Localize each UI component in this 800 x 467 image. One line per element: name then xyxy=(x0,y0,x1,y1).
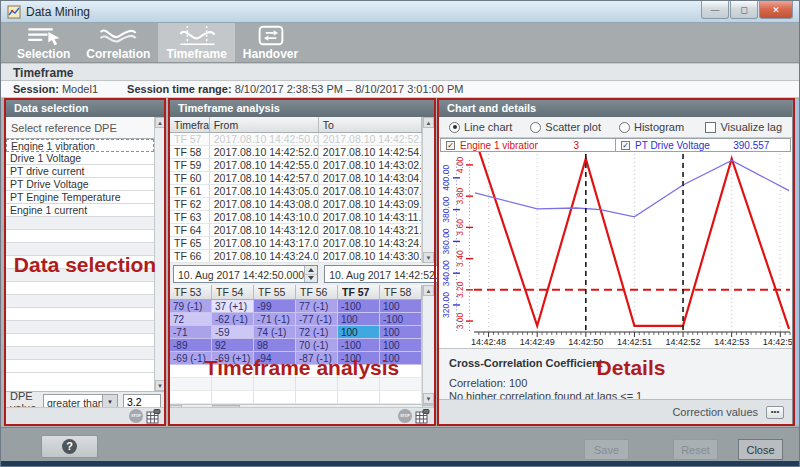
reset-button[interactable]: Reset xyxy=(673,439,718,460)
matrix-cell[interactable]: 100 xyxy=(380,352,422,365)
matrix-cell[interactable]: -71 (-1) xyxy=(254,313,296,326)
stop-icon[interactable]: STOP xyxy=(398,409,412,423)
table-row[interactable]: TF 622017.08.10 14:43:08.0002017.08.10 1… xyxy=(170,198,422,211)
close-window-button[interactable]: ✕ xyxy=(759,1,793,19)
toolbar-button-timeframe[interactable]: Timeframe xyxy=(158,23,234,62)
save-button[interactable]: Save xyxy=(584,439,629,460)
list-item[interactable]: PT Drive Voltage xyxy=(6,178,154,191)
matrix-cell[interactable]: -69 (+1) xyxy=(212,352,254,365)
toolbar-button-correlation[interactable]: Correlation xyxy=(78,23,158,62)
table-row[interactable]: TF 592017.08.10 14:42:55.0002017.08.10 1… xyxy=(170,159,422,172)
matrix-cell[interactable]: -94 xyxy=(254,352,296,365)
matrix-cell[interactable]: -77 (-1) xyxy=(296,313,338,326)
radio-line-chart[interactable]: Line chart xyxy=(449,121,512,133)
timeframe-table-scrollbar[interactable]: ▲ ▼ xyxy=(422,117,434,263)
window-right-scrollbar[interactable] xyxy=(794,99,799,425)
visualize-lag-checkbox[interactable]: Visualize lag xyxy=(705,121,782,133)
list-item[interactable]: PT Engine Temperature xyxy=(6,191,154,204)
radio-histogram[interactable]: Histogram xyxy=(619,121,684,133)
matrix-cell[interactable]: 77 (-1) xyxy=(296,300,338,313)
scroll-down-icon[interactable]: ▼ xyxy=(155,380,165,391)
calculate-icon[interactable] xyxy=(415,409,430,424)
matrix-cell[interactable]: 92 xyxy=(212,339,254,352)
matrix-cell[interactable]: -59 xyxy=(212,326,254,339)
matrix-cell[interactable]: -69 (-1) xyxy=(170,352,212,365)
scroll-up-icon[interactable]: ▲ xyxy=(423,117,434,128)
app-icon xyxy=(7,5,21,19)
matrix-column-header[interactable]: TF 55 xyxy=(254,285,296,299)
matrix-cell[interactable]: 100 xyxy=(380,339,422,352)
spin-down-icon[interactable] xyxy=(305,275,317,283)
matrix-column-header[interactable]: TF 58 xyxy=(380,285,422,299)
matrix-cell[interactable]: -87 (-1) xyxy=(296,352,338,365)
matrix-cell[interactable]: -62 (-1) xyxy=(212,313,254,326)
correction-values-button[interactable]: ••• xyxy=(766,406,784,419)
line-chart[interactable]: 14:42:4814:42:4914:42:5014:42:5114:42:52… xyxy=(440,152,792,348)
toolbar-button-handover[interactable]: Handover xyxy=(235,23,306,62)
title-bar[interactable]: Data Mining — ◻ ✕ xyxy=(1,1,799,23)
dpe-list-scrollbar[interactable]: ▲ ▼ xyxy=(154,117,165,391)
list-item[interactable]: Engine 1 vibration xyxy=(6,139,154,152)
calculate-icon[interactable] xyxy=(146,409,161,424)
scroll-up-icon[interactable]: ▲ xyxy=(155,117,165,128)
matrix-cell[interactable]: 98 xyxy=(254,339,296,352)
matrix-column-header[interactable]: TF 57 xyxy=(338,285,380,299)
table-row[interactable]: TF 602017.08.10 14:42:57.0002017.08.10 1… xyxy=(170,172,422,185)
scroll-down-icon[interactable]: ▼ xyxy=(423,252,434,263)
matrix-cell[interactable]: 79 (-1) xyxy=(170,300,212,313)
radio-label: Scatter plot xyxy=(545,121,601,133)
column-header[interactable]: To xyxy=(319,117,422,132)
legend-item[interactable]: ✓PT Drive Voltage390.557 xyxy=(616,139,790,151)
matrix-column-header[interactable]: TF 56 xyxy=(296,285,338,299)
table-row[interactable]: TF 642017.08.10 14:43:12.0002017.08.10 1… xyxy=(170,224,422,237)
column-header[interactable]: Timeframe xyxy=(170,117,210,132)
dpe-list-header[interactable]: Select reference DPE xyxy=(6,117,154,139)
matrix-cell[interactable]: -71 xyxy=(170,326,212,339)
help-button[interactable]: ? xyxy=(41,435,98,458)
checkbox-checked-icon[interactable]: ✓ xyxy=(621,141,630,150)
matrix-cell[interactable]: 100 xyxy=(338,326,380,339)
stop-icon[interactable]: STOP xyxy=(129,409,143,423)
radio-icon xyxy=(449,122,460,133)
matrix-cell[interactable]: 74 (-1) xyxy=(254,326,296,339)
table-row[interactable]: TF 652017.08.10 14:43:17.0002017.08.10 1… xyxy=(170,237,422,250)
matrix-cell[interactable]: -100 xyxy=(338,300,380,313)
matrix-column-header[interactable]: TF 53 xyxy=(170,285,212,299)
list-item[interactable]: Engine 1 current xyxy=(6,204,154,217)
scroll-up-icon[interactable]: ▲ xyxy=(423,285,434,296)
matrix-cell[interactable]: 72 xyxy=(170,313,212,326)
table-row[interactable]: TF 572017.08.10 14:42:50.0002017.08.10 1… xyxy=(170,133,422,146)
table-row[interactable]: TF 612017.08.10 14:43:05.0002017.08.10 1… xyxy=(170,185,422,198)
matrix-cell[interactable]: 100 xyxy=(380,326,422,339)
maximize-button[interactable]: ◻ xyxy=(730,1,758,19)
from-datetime-spinner[interactable]: 10. Aug 2017 14:42:50.000 xyxy=(173,265,318,283)
toolbar-button-selection[interactable]: Selection xyxy=(9,23,78,62)
close-button[interactable]: Close xyxy=(738,439,783,460)
cell-timeframe: TF 61 xyxy=(170,185,210,198)
matrix-column-header[interactable]: TF 54 xyxy=(212,285,254,299)
list-item[interactable]: Drive 1 Voltage xyxy=(6,152,154,165)
matrix-cell[interactable]: -100 xyxy=(338,352,380,365)
radio-scatter-plot[interactable]: Scatter plot xyxy=(530,121,601,133)
matrix-cell[interactable]: -100 xyxy=(380,313,422,326)
checkbox-checked-icon[interactable]: ✓ xyxy=(446,141,455,150)
matrix-cell[interactable]: -89 xyxy=(170,339,212,352)
legend-item[interactable]: ✓Engine 1 vibration3 xyxy=(441,139,616,151)
scroll-down-icon[interactable]: ▼ xyxy=(423,393,434,404)
toolbar-label: Selection xyxy=(17,47,70,61)
matrix-cell[interactable]: 100 xyxy=(380,300,422,313)
table-row[interactable]: TF 582017.08.10 14:42:52.0002017.08.10 1… xyxy=(170,146,422,159)
matrix-cell[interactable]: 37 (+1) xyxy=(212,300,254,313)
matrix-cell[interactable]: -99 xyxy=(254,300,296,313)
table-row[interactable]: TF 632017.08.10 14:43:10.0002017.08.10 1… xyxy=(170,211,422,224)
matrix-scrollbar[interactable]: ▲ ▼ xyxy=(422,285,434,404)
column-header[interactable]: From xyxy=(210,117,319,132)
matrix-cell[interactable]: 72 (-1) xyxy=(296,326,338,339)
matrix-cell[interactable]: 70 (-1) xyxy=(296,339,338,352)
matrix-cell[interactable]: 100 xyxy=(338,313,380,326)
table-row[interactable]: TF 662017.08.10 14:43:24.0002017.08.10 1… xyxy=(170,250,422,263)
matrix-cell[interactable]: -100 xyxy=(338,339,380,352)
spin-up-icon[interactable] xyxy=(305,266,317,275)
list-item[interactable]: PT drive current xyxy=(6,165,154,178)
minimize-button[interactable]: — xyxy=(701,1,729,19)
